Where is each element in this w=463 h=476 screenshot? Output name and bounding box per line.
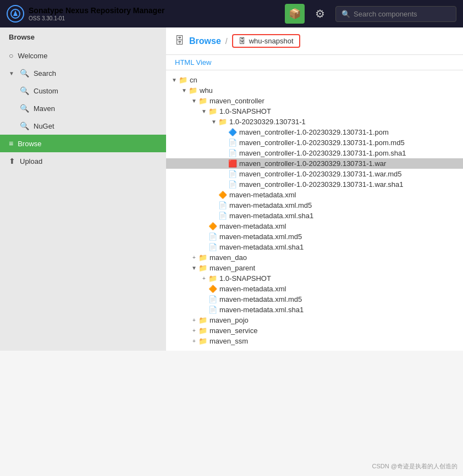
tree-node[interactable]: 📄 maven_controller-1.0-20230329.130731-1…: [166, 169, 463, 179]
tree-file-icon: 📄: [208, 295, 218, 303]
tree-expand-icon: +: [190, 338, 198, 344]
tree-label: maven_parent: [208, 264, 255, 272]
sidebar-item-welcome[interactable]: ○ Welcome: [0, 47, 166, 64]
tree-node[interactable]: 🔶 maven-metadata.xml: [166, 190, 463, 200]
tree-node[interactable]: ▼ 📁 maven_controller: [166, 96, 463, 106]
tree-node[interactable]: 📄 maven-metadata.xml.sha1: [166, 305, 463, 315]
sidebar-item-label-search: Search: [34, 69, 56, 78]
app-title: Sonatype Nexus Repository Manager: [29, 6, 164, 15]
tree-node[interactable]: ▼ 📁 1.0-SNAPSHOT: [166, 106, 463, 117]
tree-file-icon: 📄: [208, 243, 218, 251]
tree-file-icon: 📁: [198, 253, 208, 262]
sidebar-item-nuget[interactable]: 🔍 NuGet: [9, 117, 166, 135]
sidebar-item-upload[interactable]: ⬆ Upload: [0, 152, 166, 170]
search-input[interactable]: [354, 10, 450, 18]
sidebar-item-browse[interactable]: ≡ Browse: [0, 135, 166, 152]
tree-expand-icon: ▼: [210, 119, 218, 125]
tree-label: maven_controller-1.0-20230329.130731-1.p…: [238, 149, 406, 157]
breadcrumb-db-icon: 🗄: [175, 35, 185, 47]
content-area: 🗄 Browse / 🗄 whu-snapshot HTML View ▼ 📁 …: [166, 27, 463, 351]
tree-node[interactable]: + 📁 1.0-SNAPSHOT: [166, 273, 463, 284]
settings-button[interactable]: ⚙: [310, 4, 330, 24]
tree-node[interactable]: + 📁 maven_dao: [166, 252, 463, 263]
search-submenu: 🔍 Custom 🔍 Maven 🔍 NuGet: [0, 82, 166, 135]
sidebar-header: Browse: [0, 27, 166, 47]
tree-node[interactable]: 📄 maven_controller-1.0-20230329.130731-1…: [166, 179, 463, 190]
tree-file-icon: 📁: [218, 118, 228, 126]
sidebar-item-search[interactable]: ▼ 🔍 Search: [0, 64, 166, 82]
logo-text-group: Sonatype Nexus Repository Manager OSS 3.…: [29, 6, 164, 21]
nuget-search-icon: 🔍: [20, 121, 29, 130]
tree-label: maven_controller-1.0-20230329.130731-1.w…: [238, 180, 403, 189]
sidebar-item-custom[interactable]: 🔍 Custom: [9, 82, 166, 99]
tree-file-icon: 📁: [198, 337, 208, 345]
app-root: Sonatype Nexus Repository Manager OSS 3.…: [0, 0, 463, 351]
tree-expand-icon: +: [190, 254, 198, 261]
tree-node[interactable]: 📄 maven-metadata.xml.sha1: [166, 211, 463, 221]
tree-node[interactable]: ▼ 📁 cn: [166, 75, 463, 85]
tree-node[interactable]: ▼ 📁 1.0-20230329.130731-1: [166, 117, 463, 127]
search-icon-sidebar: 🔍: [20, 69, 29, 78]
tree-node[interactable]: + 📁 maven_ssm: [166, 336, 463, 346]
tree-label: maven_controller-1.0-20230329.130731-1.w…: [238, 159, 386, 168]
tree-file-icon: 📄: [208, 306, 218, 314]
tree-file-icon: 📁: [198, 326, 208, 335]
tree-node[interactable]: ▼ 📁 whu: [166, 85, 463, 96]
tree-label: maven_controller: [208, 97, 264, 105]
tree-file-icon: 📄: [218, 212, 228, 220]
tree-node[interactable]: 📄 maven_controller-1.0-20230329.130731-1…: [166, 148, 463, 158]
tree-label: maven_ssm: [208, 337, 248, 345]
tree-file-icon: 📁: [178, 76, 188, 84]
tree-label: maven_service: [208, 326, 257, 335]
tree-node[interactable]: + 📁 maven_pojo: [166, 315, 463, 325]
watermark: CSDN @奇迹是执着的人创造的: [372, 462, 458, 471]
main-layout: Browse ○ Welcome ▼ 🔍 Search 🔍 Custom 🔍: [0, 27, 463, 351]
tree-file-icon: 📁: [198, 97, 208, 105]
search-box[interactable]: 🔍: [335, 6, 456, 22]
breadcrumb-separator: /: [225, 37, 228, 46]
search-icon: 🔍: [341, 10, 350, 18]
tree-label: maven-metadata.xml: [218, 285, 286, 293]
tree-file-icon: 📄: [228, 139, 238, 147]
tree-file-icon: 📄: [228, 180, 238, 189]
sidebar-item-maven[interactable]: 🔍 Maven: [9, 99, 166, 117]
tree-node[interactable]: 📄 maven-metadata.xml.md5: [166, 200, 463, 211]
browse-nav-button[interactable]: 📦: [285, 4, 305, 24]
tree-node[interactable]: ▼ 📁 maven_parent: [166, 263, 463, 273]
tree-node[interactable]: + 📁 maven_service: [166, 325, 463, 336]
tree-file-icon: 📄: [208, 233, 218, 241]
sidebar-item-label-welcome: Welcome: [18, 52, 47, 60]
tree-container: ▼ 📁 cn ▼ 📁 whu ▼ 📁 maven_controller ▼ 📁 …: [166, 70, 463, 351]
upload-icon: ⬆: [9, 157, 15, 165]
logo: Sonatype Nexus Repository Manager OSS 3.…: [7, 5, 164, 23]
tree-label: maven_controller-1.0-20230329.130731-1.w…: [238, 170, 402, 178]
tree-label: maven-metadata.xml: [228, 191, 296, 199]
html-view-link[interactable]: HTML View: [166, 55, 463, 70]
browse-icon: ≡: [9, 139, 13, 148]
tree-node[interactable]: 📄 maven-metadata.xml.sha1: [166, 242, 463, 252]
tree-node[interactable]: 🔶 maven-metadata.xml: [166, 221, 463, 231]
sidebar-item-label-maven: Maven: [34, 104, 55, 113]
tree-file-icon: 📄: [228, 170, 238, 178]
sidebar-item-label-nuget: NuGet: [34, 122, 54, 130]
tree-node[interactable]: 🔶 maven-metadata.xml: [166, 284, 463, 294]
tree-node[interactable]: 📄 maven-metadata.xml.md5: [166, 231, 463, 242]
app-subtitle: OSS 3.30.1-01: [29, 15, 164, 21]
tree-node[interactable]: 📄 maven-metadata.xml.md5: [166, 294, 463, 305]
tree-node[interactable]: 🔷 maven_controller-1.0-20230329.130731-1…: [166, 127, 463, 137]
tree-file-icon: 📁: [198, 264, 208, 272]
tree-label: maven-metadata.xml.md5: [218, 233, 302, 241]
tree-label: whu: [198, 86, 213, 95]
sidebar-item-label-browse: Browse: [18, 140, 41, 148]
tree-file-icon: 📁: [198, 316, 208, 324]
tree-node[interactable]: 📄 maven_controller-1.0-20230329.130731-1…: [166, 137, 463, 148]
tree-expand-icon: +: [200, 275, 208, 281]
tree-label: cn: [188, 76, 197, 84]
tree-expand-icon: ▼: [190, 265, 198, 271]
breadcrumb-browse-link[interactable]: Browse: [189, 36, 221, 46]
tree-label: 1.0-SNAPSHOT: [218, 274, 271, 283]
tree-node[interactable]: 🟥 maven_controller-1.0-20230329.130731-1…: [166, 158, 463, 169]
tree-file-icon: 📁: [208, 107, 218, 115]
box-icon: 📦: [289, 8, 301, 20]
logo-icon: [7, 5, 24, 23]
